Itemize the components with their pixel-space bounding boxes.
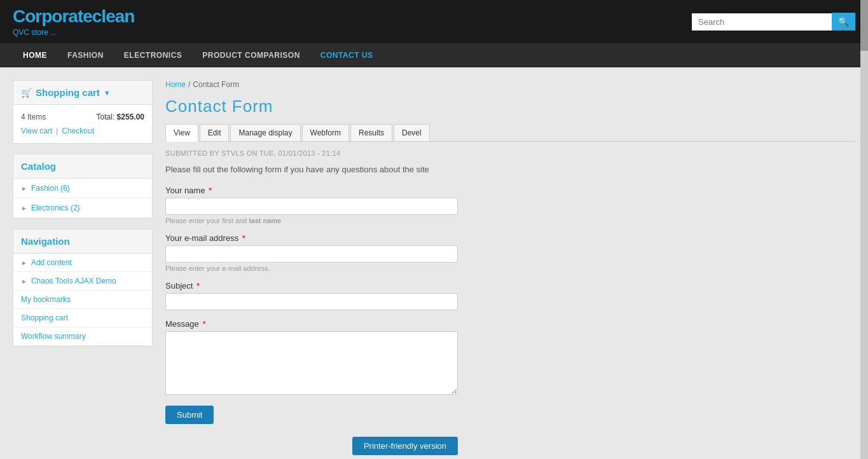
tab-results[interactable]: Results bbox=[350, 124, 392, 141]
tab-devel[interactable]: Devel bbox=[394, 124, 430, 141]
view-cart-link[interactable]: View cart bbox=[21, 127, 52, 135]
printer-area: Printer-friendly version bbox=[165, 430, 458, 455]
form-actions: Submit bbox=[165, 406, 458, 424]
workflow-summary-link[interactable]: Workflow summary bbox=[21, 332, 86, 341]
cart-icon: 🛒 bbox=[21, 88, 32, 98]
subject-required-marker: * bbox=[196, 281, 200, 291]
search-button[interactable]: 🔍 bbox=[832, 13, 855, 31]
tab-view[interactable]: View bbox=[165, 124, 198, 142]
message-label: Message * bbox=[165, 319, 855, 329]
subject-input[interactable] bbox=[165, 293, 458, 310]
tab-manage-display[interactable]: Manage display bbox=[230, 124, 300, 141]
shopping-cart-nav-link[interactable]: Shopping cart bbox=[21, 313, 68, 322]
shopping-cart-body: 4 Items Total: $255.00 View cart | Check… bbox=[13, 104, 152, 143]
breadcrumb-home[interactable]: Home bbox=[165, 80, 186, 89]
add-content-link[interactable]: Add content bbox=[31, 258, 72, 267]
message-field-group: Message * bbox=[165, 319, 855, 397]
main-container: 🛒 Shopping cart ▼ 4 Items Total: $255.00… bbox=[0, 67, 868, 459]
email-input[interactable] bbox=[165, 245, 458, 263]
nav-item-shopping-cart: Shopping cart bbox=[13, 309, 152, 327]
catalog-link-electronics[interactable]: Electronics (2) bbox=[31, 203, 80, 212]
email-field-group: Your e-mail address * Please enter your … bbox=[165, 233, 855, 272]
name-input[interactable] bbox=[165, 198, 458, 215]
submit-button[interactable]: Submit bbox=[165, 406, 214, 424]
shopping-cart-title: 🛒 Shopping cart ▼ bbox=[13, 81, 152, 104]
sidebar: 🛒 Shopping cart ▼ 4 Items Total: $255.00… bbox=[13, 80, 153, 455]
catalog-item-fashion: ► Fashion (6) bbox=[13, 179, 152, 198]
message-required-marker: * bbox=[202, 319, 205, 329]
header: Corporateclean QVC store ... 🔍 bbox=[0, 0, 868, 43]
search-input[interactable] bbox=[692, 13, 832, 31]
total-value: $255.00 bbox=[117, 113, 144, 121]
name-label: Your name * bbox=[165, 186, 855, 195]
cart-links: View cart | Checkout bbox=[21, 127, 144, 135]
catalog-link-fashion[interactable]: Fashion (6) bbox=[31, 184, 70, 193]
checkout-link[interactable]: Checkout bbox=[62, 127, 94, 135]
main-nav: HOME FASHION ELECTRONICS PRODUCT COMPARI… bbox=[0, 43, 868, 67]
nav-item-home[interactable]: HOME bbox=[13, 43, 57, 67]
cart-total: Total: $255.00 bbox=[97, 113, 144, 121]
cart-items-count: 4 Items bbox=[21, 113, 46, 121]
nav-item-electronics[interactable]: ELECTRONICS bbox=[114, 43, 193, 67]
catalog-title: Catalog bbox=[13, 154, 152, 178]
nav-item-contact-us[interactable]: CONTACT US bbox=[310, 43, 383, 67]
logo-main: Corporate bbox=[13, 6, 92, 26]
nav-item-my-bookmarks: My bookmarks bbox=[13, 291, 152, 309]
shopping-cart-label: Shopping cart bbox=[36, 87, 100, 98]
arrow-icon: ► bbox=[21, 278, 27, 285]
shopping-cart-widget: 🛒 Shopping cart ▼ 4 Items Total: $255.00… bbox=[13, 80, 153, 144]
nav-item-workflow-summary: Workflow summary bbox=[13, 327, 152, 346]
logo: Corporateclean bbox=[13, 6, 134, 27]
email-hint: Please enter your e-mail address. bbox=[165, 264, 855, 272]
chevron-down-icon: ▼ bbox=[104, 89, 111, 97]
catalog-widget: Catalog ► Fashion (6) ► Electronics (2) bbox=[13, 154, 153, 219]
contact-form: Your name * Please enter your first and … bbox=[165, 186, 855, 424]
name-field-group: Your name * Please enter your first and … bbox=[165, 186, 855, 224]
navigation-widget-title: Navigation bbox=[13, 230, 152, 253]
cart-link-separator: | bbox=[56, 127, 58, 135]
subject-label: Subject * bbox=[165, 281, 855, 291]
qvc-link[interactable]: QVC store ... bbox=[13, 28, 134, 37]
chaos-tools-link[interactable]: Chaos Tools AJAX Demo bbox=[31, 277, 116, 285]
breadcrumb-current: Contact Form bbox=[193, 80, 239, 89]
logo-area: Corporateclean QVC store ... bbox=[13, 6, 134, 37]
logo-accent: clean bbox=[92, 6, 135, 26]
form-description: Please fill out the following form if yo… bbox=[165, 165, 855, 174]
content-tabs: View Edit Manage display Webform Results… bbox=[165, 124, 855, 142]
nav-item-fashion[interactable]: FASHION bbox=[57, 43, 114, 67]
arrow-icon: ► bbox=[21, 259, 27, 266]
arrow-icon: ► bbox=[21, 185, 27, 192]
cart-info: 4 Items Total: $255.00 bbox=[21, 113, 144, 121]
nav-item-chaos-tools: ► Chaos Tools AJAX Demo bbox=[13, 272, 152, 291]
tab-webform[interactable]: Webform bbox=[302, 124, 349, 141]
search-bar: 🔍 bbox=[692, 13, 855, 31]
name-hint: Please enter your first and last name bbox=[165, 217, 855, 224]
my-bookmarks-link[interactable]: My bookmarks bbox=[21, 295, 71, 304]
scrollbar-thumb[interactable] bbox=[860, 0, 868, 51]
message-textarea[interactable] bbox=[165, 331, 458, 395]
catalog-body: ► Fashion (6) ► Electronics (2) bbox=[13, 178, 152, 218]
nav-item-product-comparison[interactable]: PRODUCT COMPARISON bbox=[192, 43, 310, 67]
nav-item-add-content: ► Add content bbox=[13, 254, 152, 272]
navigation-widget-body: ► Add content ► Chaos Tools AJAX Demo My… bbox=[13, 253, 152, 346]
printer-friendly-button[interactable]: Printer-friendly version bbox=[352, 437, 458, 455]
submitted-by: SUBMITTED BY STVLS ON TUE, 01/01/2013 - … bbox=[165, 149, 855, 157]
navigation-widget: Navigation ► Add content ► Chaos Tools A… bbox=[13, 229, 153, 346]
email-required-marker: * bbox=[242, 233, 245, 243]
catalog-item-electronics: ► Electronics (2) bbox=[13, 198, 152, 218]
arrow-icon: ► bbox=[21, 205, 27, 212]
breadcrumb-separator: / bbox=[188, 80, 190, 89]
content-area: Home / Contact Form Contact Form View Ed… bbox=[165, 80, 855, 455]
breadcrumb: Home / Contact Form bbox=[165, 80, 855, 89]
subject-field-group: Subject * bbox=[165, 281, 855, 310]
email-label: Your e-mail address * bbox=[165, 233, 855, 243]
name-required-marker: * bbox=[209, 186, 212, 195]
page-title: Contact Form bbox=[165, 97, 855, 116]
total-label: Total: bbox=[97, 113, 115, 121]
scrollbar[interactable] bbox=[860, 0, 868, 459]
tab-edit[interactable]: Edit bbox=[200, 124, 230, 141]
